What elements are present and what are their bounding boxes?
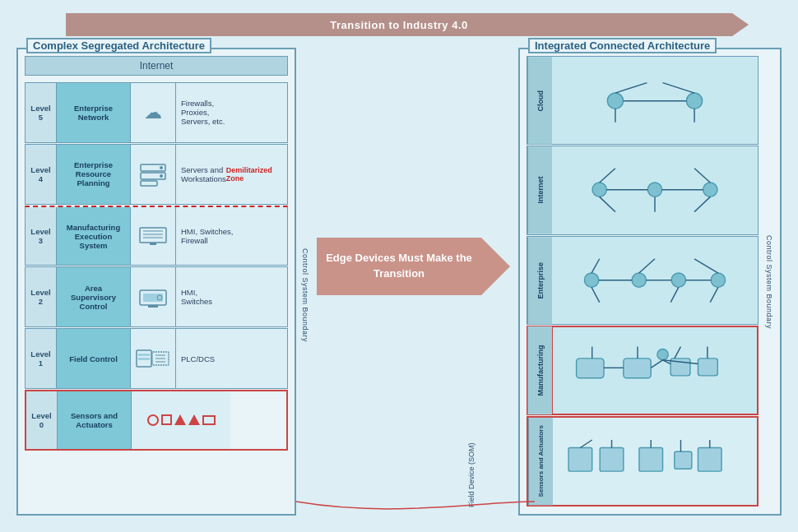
level-0-name: Sensors andActuators xyxy=(58,391,132,449)
svg-point-29 xyxy=(647,183,661,197)
svg-rect-68 xyxy=(698,447,721,471)
right-layers: Cloud Internet xyxy=(527,56,759,507)
svg-rect-2 xyxy=(141,181,157,186)
top-arrow-label: Transition to Industry 4.0 xyxy=(330,19,468,31)
svg-point-4 xyxy=(160,174,163,178)
enterprise-layer-label: Enterprise xyxy=(527,237,552,324)
svg-rect-64 xyxy=(568,447,592,471)
level-row-5: Level5 EnterpriseNetwork ☁ Firewalls,Pro… xyxy=(25,82,288,143)
svg-point-55 xyxy=(657,349,668,360)
field-device-label-text: Field Device (SOM) xyxy=(467,442,476,507)
sensors-layer-label: Sensors and Actuators xyxy=(528,418,553,505)
right-layer-sensors: Sensors and Actuators xyxy=(527,416,759,507)
svg-line-69 xyxy=(580,440,592,448)
shapes-icons xyxy=(147,414,216,426)
svg-line-34 xyxy=(694,169,710,183)
level-4-desc: Servers andWorkstationsDemilitarized Zon… xyxy=(176,145,287,204)
level-0-icon xyxy=(132,391,230,449)
svg-line-48 xyxy=(592,287,600,302)
levels-container: Level5 EnterpriseNetwork ☁ Firewalls,Pro… xyxy=(25,82,288,507)
level-3-icon xyxy=(131,207,176,266)
level-0-label: Level0 xyxy=(26,391,58,449)
level-1-name: Field Control xyxy=(57,329,131,388)
control-boundary-left-label: Control System Boundary xyxy=(301,247,309,341)
svg-rect-11 xyxy=(143,294,163,302)
level-2-icon xyxy=(131,267,176,326)
level-4-icon xyxy=(131,145,176,204)
svg-rect-67 xyxy=(675,451,692,469)
level-5-label: Level5 xyxy=(26,83,57,142)
cloud-icon: ☁ xyxy=(144,102,162,123)
svg-line-46 xyxy=(639,259,655,273)
svg-line-57 xyxy=(651,360,662,368)
svg-line-24 xyxy=(615,83,647,94)
svg-line-50 xyxy=(710,287,718,302)
center-arrow-label: Edge Devices Must Make the Transition xyxy=(317,251,481,280)
svg-rect-51 xyxy=(577,359,604,378)
svg-line-45 xyxy=(592,259,600,273)
svg-rect-9 xyxy=(150,243,156,245)
svg-rect-16 xyxy=(138,358,150,360)
svg-line-33 xyxy=(600,169,615,183)
square-shape xyxy=(161,414,172,425)
svg-rect-52 xyxy=(624,359,651,378)
svg-point-41 xyxy=(711,273,725,287)
internet-network-svg xyxy=(552,146,758,234)
hmi-icon xyxy=(137,284,169,310)
svg-point-39 xyxy=(632,273,646,287)
servers-icon xyxy=(137,161,169,187)
center-arrow: Edge Devices Must Make the Transition xyxy=(317,238,481,295)
svg-line-62 xyxy=(675,347,681,359)
rect-shape xyxy=(202,415,216,425)
internet-layer-label: Internet xyxy=(527,146,552,234)
left-panel-title: Complex Segregated Architecture xyxy=(26,38,211,53)
level-4-name: EnterpriseResourcePlanning xyxy=(57,145,131,204)
level-2-desc: HMI,Switches xyxy=(176,267,287,326)
right-panel: Integrated Connected Architecture Cloud … xyxy=(518,48,782,516)
level-1-icon xyxy=(131,329,176,388)
svg-point-38 xyxy=(584,273,598,287)
svg-line-37 xyxy=(694,197,710,212)
level-3-desc: HMI, Switches,Firewall xyxy=(176,207,287,266)
svg-rect-66 xyxy=(639,447,663,471)
svg-rect-54 xyxy=(698,359,717,376)
field-device-label: Field Device (SOM) xyxy=(467,343,476,507)
svg-rect-65 xyxy=(600,447,624,471)
level-2-name: AreaSupervisoryControl xyxy=(57,267,131,326)
manufacturing-layer-label: Manufacturing xyxy=(527,326,552,414)
left-panel: Complex Segregated Architecture Internet… xyxy=(16,48,296,516)
cloud-layer-label: Cloud xyxy=(527,57,552,144)
level-1-label: Level1 xyxy=(26,329,57,388)
level-row-0: Level0 Sensors andActuators xyxy=(25,390,288,451)
svg-point-30 xyxy=(703,183,717,197)
cloud-layer-content xyxy=(552,57,758,144)
enterprise-layer-content xyxy=(552,237,758,324)
svg-rect-12 xyxy=(148,305,158,308)
level-5-icon: ☁ xyxy=(131,83,176,142)
right-panel-title: Integrated Connected Architecture xyxy=(528,38,717,53)
sensors-network-svg xyxy=(553,418,757,505)
level-2-label: Level2 xyxy=(26,267,57,326)
top-arrow: Transition to Industry 4.0 xyxy=(66,13,732,36)
control-boundary-right-label: Control System Boundary xyxy=(765,234,773,328)
internet-bar: Internet xyxy=(25,56,288,76)
svg-point-40 xyxy=(671,273,685,287)
level-row-2: Level2 AreaSupervisoryControl HMI,Switch… xyxy=(25,266,288,327)
sensors-layer-content xyxy=(553,418,757,505)
right-layer-cloud: Cloud xyxy=(527,56,759,145)
triangle-shape-1 xyxy=(174,414,186,425)
svg-line-49 xyxy=(670,287,679,302)
svg-point-28 xyxy=(592,183,606,197)
svg-line-35 xyxy=(600,197,615,212)
svg-point-3 xyxy=(160,166,163,169)
right-layer-manufacturing: Manufacturing xyxy=(527,326,759,414)
right-layer-enterprise: Enterprise xyxy=(527,236,759,325)
internet-label: Internet xyxy=(140,60,174,72)
level-5-name: EnterpriseNetwork xyxy=(57,83,131,142)
level-3-label: Level3 xyxy=(26,207,57,266)
svg-rect-15 xyxy=(138,354,150,356)
enterprise-network-svg xyxy=(552,237,758,324)
triangle-shape-2 xyxy=(188,414,200,425)
control-boundary-right: Control System Boundary xyxy=(762,56,777,507)
manufacturing-network-svg xyxy=(553,327,757,413)
